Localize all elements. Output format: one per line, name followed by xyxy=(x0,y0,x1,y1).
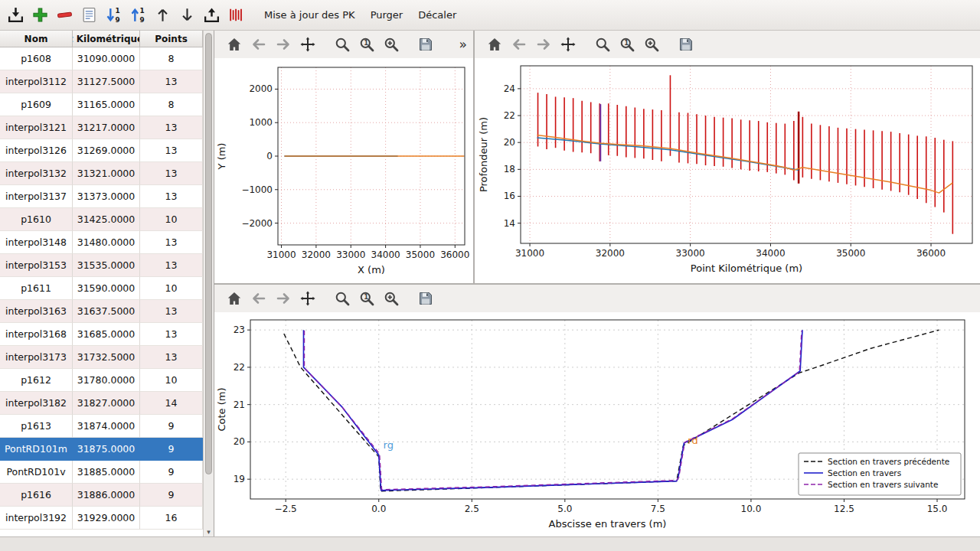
table-row[interactable]: interpol318231827.000014 xyxy=(0,392,203,415)
cell-pk: 31874.0000 xyxy=(73,415,140,438)
home-button[interactable] xyxy=(224,288,245,309)
table-row[interactable]: PontRD101m31875.00009 xyxy=(0,438,203,461)
table-row[interactable]: interpol312131217.000013 xyxy=(0,116,203,139)
zoom-icon xyxy=(334,36,351,53)
shift-button[interactable]: Décaler xyxy=(411,6,463,24)
zoom-one-button[interactable]: 1 xyxy=(616,34,638,55)
svg-text:36000: 36000 xyxy=(440,249,469,260)
forward-button[interactable] xyxy=(273,34,294,55)
table-row[interactable]: p160831090.00008 xyxy=(0,47,203,70)
svg-text:Cote (m): Cote (m) xyxy=(216,387,227,431)
save-button[interactable] xyxy=(415,288,436,309)
table-row[interactable]: interpol313731373.000013 xyxy=(0,185,203,208)
cell-nom: p1609 xyxy=(0,93,73,116)
back-button[interactable] xyxy=(248,34,270,55)
svg-text:Section en travers suivante: Section en travers suivante xyxy=(828,480,938,489)
back-button[interactable] xyxy=(508,34,530,55)
svg-text:9: 9 xyxy=(140,16,145,24)
zoom-plus-icon xyxy=(383,290,400,307)
arrow-down-icon xyxy=(178,6,196,24)
zoom-button[interactable] xyxy=(592,34,613,55)
table-row[interactable]: interpol313231321.000013 xyxy=(0,162,203,185)
forward-button[interactable] xyxy=(273,288,294,309)
cell-pk: 31590.0000 xyxy=(73,277,140,300)
table-row[interactable]: interpol319231929.000016 xyxy=(0,507,203,530)
svg-text:−1000: −1000 xyxy=(241,184,273,195)
cell-nom: interpol3192 xyxy=(0,507,73,530)
cell-pk: 31885.0000 xyxy=(73,461,140,484)
table-row[interactable]: p161131590.000010 xyxy=(0,277,203,300)
longitudinal-profile-panel: 1 31000320003300034000350003600014161820… xyxy=(475,31,980,283)
move-up-button[interactable] xyxy=(152,4,175,27)
back-button[interactable] xyxy=(248,288,270,309)
table-row[interactable]: p161331874.00009 xyxy=(0,415,203,438)
column-header-nom[interactable]: Nom xyxy=(0,31,73,47)
sections-table: Nom t Kilométrique Points p160831090.000… xyxy=(0,31,203,536)
forward-button[interactable] xyxy=(533,34,554,55)
pan-button[interactable] xyxy=(557,34,579,55)
zoom-one-button[interactable]: 1 xyxy=(356,288,377,309)
cell-nom: p1612 xyxy=(0,369,73,392)
cell-pk: 31373.0000 xyxy=(73,185,140,208)
table-row[interactable]: interpol314831480.000013 xyxy=(0,231,203,254)
table-row[interactable]: p161031425.000010 xyxy=(0,208,203,231)
cell-points: 13 xyxy=(140,231,203,254)
add-section-button[interactable] xyxy=(29,4,52,27)
home-button[interactable] xyxy=(224,34,245,55)
plan-view-chart[interactable]: 310003200033000340003500036000−2000−1000… xyxy=(214,58,472,283)
import-sections-button[interactable] xyxy=(5,4,28,27)
svg-text:−2.5: −2.5 xyxy=(275,504,297,514)
move-down-button[interactable] xyxy=(176,4,199,27)
svg-text:35000: 35000 xyxy=(836,248,865,259)
zoom-button[interactable] xyxy=(332,34,353,55)
cell-pk: 31875.0000 xyxy=(73,438,140,461)
home-button[interactable] xyxy=(484,34,505,55)
longitudinal-profile-chart[interactable]: 3100032000330003400035000360001416182022… xyxy=(475,58,979,283)
export-sections-button[interactable] xyxy=(201,4,224,27)
table-row[interactable]: interpol317331732.500013 xyxy=(0,346,203,369)
purge-button[interactable]: Purger xyxy=(364,6,410,24)
cell-pk: 31269.0000 xyxy=(73,139,140,162)
table-row[interactable]: PontRD101v31885.00009 xyxy=(0,461,203,484)
zoom-plus-icon xyxy=(643,36,660,53)
table-row[interactable]: p161231780.000010 xyxy=(0,369,203,392)
svg-text:34000: 34000 xyxy=(371,249,400,260)
table-row[interactable]: interpol315331535.000013 xyxy=(0,254,203,277)
delete-section-button[interactable] xyxy=(54,4,77,27)
cell-points: 9 xyxy=(140,415,203,438)
scrollbar-down-arrow-icon[interactable]: ▾ xyxy=(204,528,214,536)
table-row[interactable]: p160931165.00008 xyxy=(0,93,203,116)
svg-text:35000: 35000 xyxy=(406,249,435,260)
sections-stripes-button[interactable] xyxy=(225,4,248,27)
cell-pk: 31827.0000 xyxy=(73,392,140,415)
sort-descending-button[interactable]: 19 xyxy=(103,4,126,27)
pan-button[interactable] xyxy=(297,288,318,309)
table-row[interactable]: interpol312631269.000013 xyxy=(0,139,203,162)
main-toolbar: 1919Mise à jour des PKPurgerDécaler xyxy=(0,0,980,31)
zoom-plus-button[interactable] xyxy=(381,288,402,309)
table-row[interactable]: interpol316831685.000013 xyxy=(0,323,203,346)
save-button[interactable] xyxy=(415,34,436,55)
edit-section-button[interactable] xyxy=(78,4,101,27)
zoom-plus-button[interactable] xyxy=(641,34,662,55)
sort-ascending-button[interactable]: 19 xyxy=(127,4,150,27)
cross-section-chart[interactable]: −2.50.02.55.07.510.012.515.01920212223Ab… xyxy=(214,312,976,537)
pan-button[interactable] xyxy=(297,34,318,55)
zoom-plus-button[interactable] xyxy=(381,34,402,55)
zoom-button[interactable] xyxy=(332,288,353,309)
cell-pk: 31929.0000 xyxy=(73,507,140,530)
scrollbar-thumb[interactable] xyxy=(205,33,212,474)
toolbar-overflow-chevron[interactable]: » xyxy=(459,37,467,52)
table-row[interactable]: interpol316331637.500013 xyxy=(0,300,203,323)
table-row[interactable]: p161631886.00009 xyxy=(0,484,203,507)
zoom-one-button[interactable]: 1 xyxy=(356,34,377,55)
svg-text:Profondeur (m): Profondeur (m) xyxy=(478,117,489,192)
column-header-points[interactable]: Points xyxy=(140,31,203,47)
svg-text:16: 16 xyxy=(504,191,515,201)
column-header-pk[interactable]: t Kilométrique xyxy=(73,31,140,47)
table-row[interactable]: interpol311231127.500013 xyxy=(0,70,203,93)
forward-icon xyxy=(275,290,292,307)
table-scrollbar[interactable]: ▾ xyxy=(203,31,214,536)
update-pk-button[interactable]: Mise à jour des PK xyxy=(257,6,362,24)
save-button[interactable] xyxy=(675,34,697,55)
